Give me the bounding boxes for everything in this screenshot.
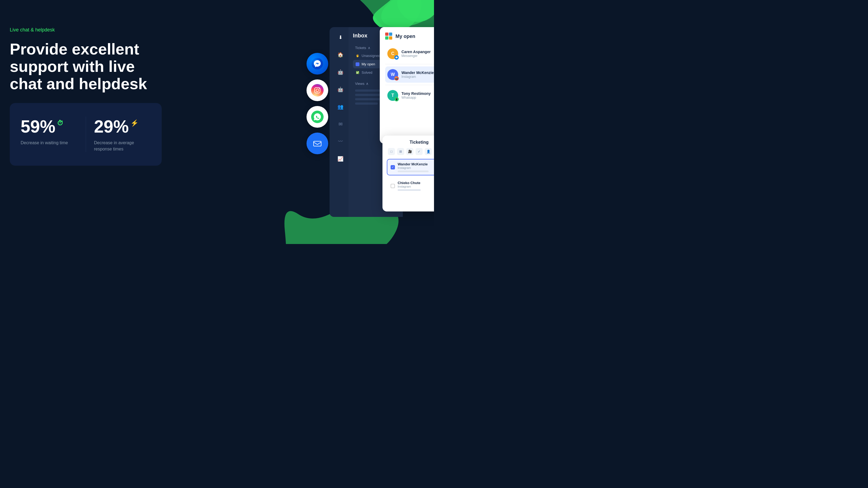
toolbar-square-icon[interactable]: □ bbox=[388, 148, 395, 155]
toolbar-person-icon[interactable]: 👤 bbox=[425, 148, 432, 155]
view-placeholder-2 bbox=[355, 94, 382, 96]
clock-icon: ⏱ bbox=[57, 119, 63, 127]
wander-ticket-info: Wander McKenzie Instagram bbox=[398, 162, 434, 172]
svg-point-5 bbox=[319, 88, 320, 89]
stats-card: 59% ⏱ Decrease in waiting time 29% ⚡ Dec… bbox=[10, 103, 162, 166]
svg-rect-9 bbox=[385, 33, 389, 36]
caren-avatar: C 💬 bbox=[388, 48, 398, 59]
toolbar-grid-icon[interactable]: ⊞ bbox=[397, 148, 404, 155]
whatsapp-icon-circle[interactable] bbox=[307, 106, 328, 128]
messenger-badge: 💬 bbox=[394, 55, 399, 60]
wander-checkbox[interactable]: ✓ bbox=[391, 165, 395, 169]
svg-point-7 bbox=[311, 137, 323, 150]
wander-info: Wander McKenzie Instagram bbox=[401, 70, 434, 78]
my-open-logo bbox=[385, 33, 393, 40]
toolbar-video-icon[interactable]: 🎥 bbox=[406, 148, 413, 155]
tag-label: Live chat & helpdesk bbox=[10, 27, 162, 33]
stat-desc-0: Decrease in waiting time bbox=[21, 140, 78, 146]
whatsapp-badge: 📱 bbox=[394, 97, 399, 101]
messenger-icon-circle[interactable] bbox=[307, 53, 328, 74]
ticket-chieko[interactable]: Chieko Chute Instagram bbox=[387, 177, 434, 194]
sidebar: ⬇ 🏠 🤖 🤖 👥 ✉ 〰 📈 bbox=[330, 27, 351, 217]
tony-avatar: T 📱 bbox=[388, 90, 398, 101]
sidebar-home-icon[interactable]: 🏠 bbox=[336, 50, 345, 60]
stat-number-1: 29% ⚡ bbox=[94, 117, 151, 137]
view-placeholder-4 bbox=[355, 102, 378, 105]
contact-wander[interactable]: W 📷 Wander McKenzie Instagram bbox=[385, 66, 434, 83]
stat-desc-1: Decrease in average response times bbox=[94, 140, 151, 152]
svg-rect-12 bbox=[389, 36, 392, 40]
stat-item-1: 29% ⚡ Decrease in average response times bbox=[86, 117, 151, 152]
sidebar-bot2-icon[interactable]: 🤖 bbox=[336, 85, 345, 94]
caren-info: Caren Aspanger Messenger bbox=[401, 50, 431, 58]
whatsapp-svg bbox=[311, 110, 323, 123]
solved-icon: ✅ bbox=[355, 71, 360, 74]
sidebar-chart-icon[interactable]: 📈 bbox=[336, 154, 345, 164]
separator-2 bbox=[385, 85, 434, 85]
main-heading: Provide excellent support with live chat… bbox=[10, 40, 162, 92]
unassigned-icon: 🖐 bbox=[355, 54, 360, 58]
chieko-ticket-info: Chieko Chute Instagram bbox=[398, 181, 434, 191]
instagram-badge: 📷 bbox=[394, 76, 399, 80]
wander-avatar: W 📷 bbox=[388, 69, 398, 80]
my-open-icon bbox=[355, 62, 360, 66]
contact-tony[interactable]: T 📱 Tony Restimony Whatsapp bbox=[385, 87, 434, 104]
my-open-panel: My open C 💬 Caren Aspanger Messenger W 📷… bbox=[380, 27, 434, 144]
contact-caren[interactable]: C 💬 Caren Aspanger Messenger bbox=[385, 45, 434, 62]
sidebar-wave-icon[interactable]: 〰 bbox=[336, 137, 345, 147]
chieko-checkbox[interactable] bbox=[391, 184, 395, 188]
instagram-icon-circle[interactable] bbox=[307, 79, 328, 101]
email-svg bbox=[311, 137, 323, 150]
chieko-ticket-placeholder bbox=[398, 189, 421, 191]
instagram-svg bbox=[311, 84, 323, 97]
ticketing-title: Ticketing bbox=[387, 140, 434, 145]
sidebar-bot-icon[interactable]: 🤖 bbox=[336, 67, 345, 77]
left-content: Live chat & helpdesk Provide excellent s… bbox=[10, 27, 162, 166]
ticketing-panel: Ticketing □ ⊞ 🎥 ✓ 👤 → 🗑 ✓ Wander McKenzi… bbox=[382, 135, 434, 212]
my-open-header: My open bbox=[385, 33, 434, 40]
svg-rect-10 bbox=[389, 33, 392, 36]
social-icons-column bbox=[307, 53, 328, 154]
stat-number-0: 59% ⏱ bbox=[21, 117, 78, 137]
email-icon-circle[interactable] bbox=[307, 133, 328, 154]
svg-rect-11 bbox=[385, 36, 389, 40]
ticket-wander[interactable]: ✓ Wander McKenzie Instagram W bbox=[387, 159, 434, 175]
svg-point-1 bbox=[312, 58, 323, 69]
stat-item-0: 59% ⏱ Decrease in waiting time bbox=[21, 117, 86, 152]
sidebar-users-icon[interactable]: 👥 bbox=[336, 102, 345, 112]
bolt-icon: ⚡ bbox=[130, 119, 138, 127]
wander-ticket-placeholder bbox=[398, 170, 429, 172]
sidebar-mail-icon[interactable]: ✉ bbox=[336, 119, 345, 129]
toolbar-check-icon[interactable]: ✓ bbox=[415, 148, 423, 155]
sidebar-inbox-icon[interactable]: ⬇ bbox=[336, 33, 345, 42]
messenger-svg bbox=[312, 58, 323, 69]
separator-1 bbox=[385, 64, 434, 64]
tony-info: Tony Restimony Whatsapp bbox=[401, 91, 431, 99]
svg-point-2 bbox=[311, 84, 323, 97]
ticketing-toolbar: □ ⊞ 🎥 ✓ 👤 → 🗑 bbox=[387, 148, 434, 155]
my-open-title: My open bbox=[396, 34, 415, 39]
